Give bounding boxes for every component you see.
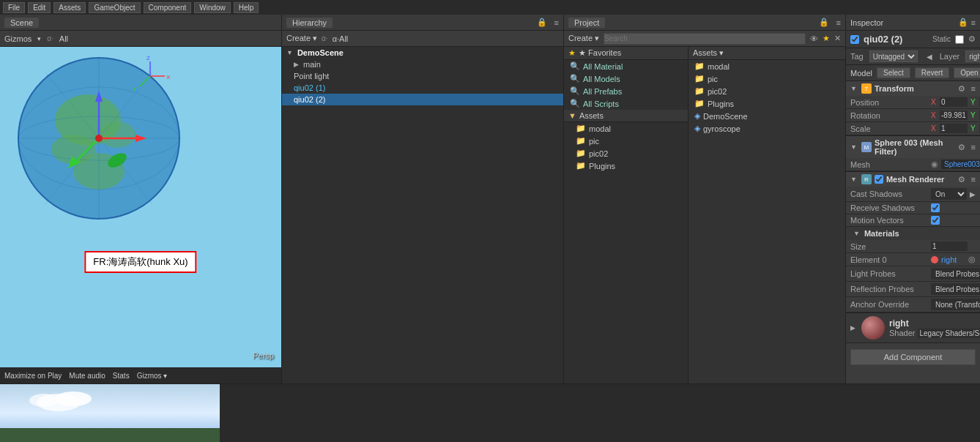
mesh-renderer-settings-icon[interactable]: ⚙: [958, 175, 965, 184]
hierarchy-content[interactable]: ▼ DemoScene ▶ main Point light qiu02 (1)…: [282, 47, 563, 383]
project-lock-icon[interactable]: 🔒: [819, 18, 829, 27]
menu-window[interactable]: Window: [194, 2, 231, 13]
rotation-x-input[interactable]: [940, 110, 968, 120]
mesh-renderer-extra-icon[interactable]: ≡: [971, 175, 976, 184]
add-component-button[interactable]: Add Component: [850, 349, 976, 365]
hierarchy-lock-icon[interactable]: 🔒: [537, 18, 547, 27]
receive-shadows-checkbox[interactable]: [931, 203, 940, 212]
hierarchy-pin-icon[interactable]: ≡: [554, 18, 559, 27]
transform-extra-icon[interactable]: ≡: [971, 84, 976, 93]
cast-shadows-arrow-icon: ▶: [970, 190, 976, 198]
assets-right-header[interactable]: Assets ▾: [688, 47, 845, 60]
right-plugins-item[interactable]: 📁 Plugins: [688, 97, 845, 110]
menu-file[interactable]: File: [3, 2, 25, 13]
right-demoscene-item[interactable]: ◈ DemoScene: [688, 110, 845, 122]
motion-vectors-checkbox[interactable]: [931, 216, 940, 225]
hierarchy-qiu02-1-item[interactable]: qiu02 (1): [282, 82, 563, 94]
project-star-icon[interactable]: ★: [823, 34, 830, 43]
right-gyroscope-item[interactable]: ◈ gyroscope: [688, 122, 845, 135]
favorites-label: ★ Favorites: [579, 48, 621, 58]
position-x-field: X: [931, 97, 968, 107]
top-bar: File Edit Assets GameObject Component Wi…: [0, 0, 980, 15]
assets-tree-header[interactable]: ▼ Assets: [564, 110, 688, 122]
project-tab[interactable]: Project: [568, 18, 605, 28]
element0-select-icon[interactable]: ◎: [968, 255, 976, 264]
hierarchy-scene-item[interactable]: ▼ DemoScene: [282, 47, 563, 59]
stats-btn[interactable]: Stats: [113, 372, 130, 380]
shader-value-input[interactable]: [918, 329, 980, 338]
light-probes-row: Light Probes Blend Probes ▶: [846, 266, 980, 282]
assets-modal-folder[interactable]: 📁 modal: [564, 122, 688, 135]
materials-subheader[interactable]: ▼ Materials: [846, 227, 980, 240]
right-modal-item[interactable]: 📁 modal: [688, 60, 845, 72]
assets-plugins-folder[interactable]: 📁 Plugins: [564, 160, 688, 172]
gizmos-bottom-btn[interactable]: Gizmos ▾: [137, 372, 168, 380]
right-pic02-item[interactable]: 📁 pic02: [688, 85, 845, 97]
mesh-row: Mesh ◉ Sphere003 ◎: [846, 158, 980, 171]
scale-y-field: Y: [970, 124, 980, 133]
assets-pic-folder[interactable]: 📁 pic: [564, 135, 688, 147]
project-search-input[interactable]: [604, 33, 806, 45]
static-checkbox[interactable]: [955, 35, 964, 44]
mesh-renderer-comp-header[interactable]: ▼ R Mesh Renderer ⚙ ≡: [846, 172, 980, 187]
hierarchy-tab[interactable]: Hierarchy: [286, 18, 333, 28]
hierarchy-create-btn[interactable]: Create ▾: [286, 34, 317, 43]
project-create-btn[interactable]: Create ▾: [568, 34, 599, 43]
scene-view[interactable]: X Z Y Persp FR:海涛高软(hunk Xu): [0, 47, 281, 367]
menu-assets[interactable]: Assets: [53, 2, 86, 13]
assets-pic02-folder[interactable]: 📁 pic02: [564, 147, 688, 160]
favorites-all-models[interactable]: 🔍 All Models: [564, 72, 688, 85]
assets-tree-label: Assets: [579, 111, 604, 120]
mute-audio-btn[interactable]: Mute audio: [69, 372, 105, 380]
select-button[interactable]: Select: [877, 67, 910, 78]
reflection-probes-select[interactable]: Blend Probes: [931, 283, 980, 295]
revert-button[interactable]: Revert: [915, 67, 949, 78]
main-arrow-icon: ▶: [294, 61, 299, 68]
object-settings-icon[interactable]: ⚙: [968, 34, 976, 44]
material-collapse-icon[interactable]: ▶: [850, 324, 855, 332]
light-probes-select[interactable]: Blend Probes: [931, 268, 980, 280]
scene-tab[interactable]: Scene: [4, 18, 39, 28]
project-close-icon[interactable]: ✕: [834, 34, 841, 43]
anchor-override-select[interactable]: None (Transform): [931, 299, 980, 310]
hierarchy-qiu02-2-item[interactable]: qiu02 (2): [282, 94, 563, 105]
menu-gameobject[interactable]: GameObject: [89, 2, 140, 13]
cast-shadows-select[interactable]: On: [931, 188, 967, 200]
mesh-renderer-active-checkbox[interactable]: [875, 175, 883, 184]
scale-x-input[interactable]: [940, 124, 968, 133]
hierarchy-pointlight-item[interactable]: Point light: [282, 70, 563, 82]
transform-comp-header[interactable]: ▼ T Transform ⚙ ≡: [846, 81, 980, 96]
right-pic-item[interactable]: 📁 pic: [688, 72, 845, 85]
project-pin-icon[interactable]: ≡: [836, 18, 841, 27]
hierarchy-main-item[interactable]: ▶ main: [282, 59, 563, 70]
favorites-all-material[interactable]: 🔍 All Material: [564, 60, 688, 72]
layer-select[interactable]: right: [965, 50, 980, 62]
gizmos-btn[interactable]: Gizmos: [4, 34, 31, 43]
favorites-all-prefabs[interactable]: 🔍 All Prefabs: [564, 85, 688, 97]
maximize-on-play-btn[interactable]: Maximize on Play: [4, 372, 62, 380]
inspector-lock-icon[interactable]: 🔒: [958, 18, 968, 27]
project-eye-icon[interactable]: 👁: [810, 34, 818, 43]
inspector-tab[interactable]: Inspector: [850, 18, 883, 27]
object-active-checkbox[interactable]: [850, 35, 859, 44]
right-gyroscope-label: gyroscope: [703, 124, 740, 133]
tag-select[interactable]: Untagged: [869, 50, 918, 62]
mesh-filter-comp-header[interactable]: ▼ M Sphere 003 (Mesh Filter) ⚙ ≡: [846, 136, 980, 158]
favorites-header[interactable]: ★ ★ Favorites: [564, 47, 688, 60]
mesh-filter-extra-icon[interactable]: ≡: [971, 143, 976, 151]
size-input[interactable]: [931, 241, 968, 251]
menu-component[interactable]: Component: [144, 2, 192, 13]
position-x-input[interactable]: [940, 97, 968, 107]
object-header: qiu02 (2) Static ⚙: [846, 31, 980, 48]
rot-y-label: Y: [970, 111, 978, 119]
menu-edit[interactable]: Edit: [28, 2, 51, 13]
watermark-label: FR:海涛高软(hunk Xu): [84, 251, 196, 273]
transform-settings-icon[interactable]: ⚙: [958, 84, 965, 94]
scene-globe: X Z Y: [15, 54, 183, 222]
open-button[interactable]: Open: [954, 67, 980, 78]
inspector-pin-icon[interactable]: ≡: [971, 18, 976, 27]
menu-help[interactable]: Help: [234, 2, 259, 13]
mesh-filter-settings-icon[interactable]: ⚙: [958, 143, 965, 152]
favorites-all-scripts[interactable]: 🔍 All Scripts: [564, 97, 688, 110]
materials-header-label: Materials: [864, 229, 899, 238]
